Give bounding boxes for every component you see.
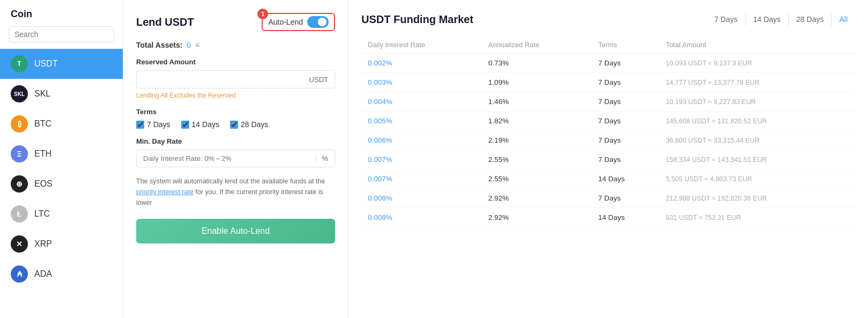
min-rate-label: Min. Day Rate bbox=[136, 137, 335, 145]
market-header: USDT Funding Market 7 Days14 Days28 Days… bbox=[361, 13, 855, 26]
market-table: Daily Interest RateAnnualized RateTermsT… bbox=[361, 36, 855, 227]
total-4: 36,800 USDT ≈ 33,315.44 EUR bbox=[659, 131, 855, 150]
coin-name-btc: BTC bbox=[34, 119, 51, 129]
rate-unit: % bbox=[316, 154, 328, 162]
daily-rate-3[interactable]: 0.005% bbox=[361, 112, 482, 131]
total-7: 212,988 USDT ≈ 192,820.38 EUR bbox=[659, 189, 855, 208]
term-label-2: 28 Days bbox=[241, 120, 268, 129]
market-title: USDT Funding Market bbox=[361, 13, 473, 26]
coin-icon-btc: ₿ bbox=[11, 115, 28, 132]
market-table-body: 0.002% 0.73% 7 Days 10,093 USDT ≈ 9,137.… bbox=[361, 54, 855, 227]
total-3: 145,608 USDT ≈ 131,820.52 EUR bbox=[659, 112, 855, 131]
market-panel: USDT Funding Market 7 Days14 Days28 Days… bbox=[348, 0, 868, 318]
terms-section: Terms 7 Days 14 Days 28 Days bbox=[136, 108, 335, 129]
reserved-input-wrapper: USDT bbox=[136, 70, 335, 88]
sidebar-item-eth[interactable]: Ξ ETH bbox=[0, 139, 123, 169]
annual-rate-8: 2.92% bbox=[482, 208, 592, 227]
table-row: 0.004% 1.46% 7 Days 10,193 USDT ≈ 9,227.… bbox=[361, 92, 855, 112]
annual-rate-6: 2.55% bbox=[482, 169, 592, 189]
terms-2: 7 Days bbox=[592, 92, 659, 112]
term-checkbox-0[interactable]: 7 Days bbox=[136, 120, 170, 129]
terms-1: 7 Days bbox=[592, 73, 659, 92]
coin-icon-usdt: T bbox=[11, 55, 28, 72]
coin-icon-eos: ⊕ bbox=[11, 175, 28, 193]
table-row: 0.008% 2.92% 14 Days 831 USDT ≈ 752.31 E… bbox=[361, 208, 855, 227]
term-checkbox-2[interactable]: 28 Days bbox=[230, 120, 268, 129]
terms-4: 7 Days bbox=[592, 131, 659, 150]
coin-list: T USDT SKL SKL ₿ BTC Ξ ETH ⊕ EOS Ł LTC ✕… bbox=[0, 49, 123, 309]
terms-5: 7 Days bbox=[592, 150, 659, 169]
term-input-2[interactable] bbox=[230, 121, 238, 129]
coin-name-xrp: XRP bbox=[34, 239, 52, 249]
term-checkbox-1[interactable]: 14 Days bbox=[181, 120, 219, 129]
filter-tab-1[interactable]: 14 Days bbox=[746, 13, 789, 26]
panel-header: Lend USDT 1 Auto-Lend bbox=[136, 13, 335, 31]
coin-icon-xrp: ✕ bbox=[11, 235, 28, 253]
sidebar-item-usdt[interactable]: T USDT bbox=[0, 49, 123, 79]
total-5: 158,334 USDT ≈ 143,341.51 EUR bbox=[659, 150, 855, 169]
table-row: 0.007% 2.55% 7 Days 158,334 USDT ≈ 143,3… bbox=[361, 150, 855, 169]
coin-name-usdt: USDT bbox=[34, 59, 58, 69]
search-container bbox=[0, 26, 123, 49]
annual-rate-3: 1.82% bbox=[482, 112, 592, 131]
toggle-slider bbox=[307, 16, 329, 28]
filter-tab-2[interactable]: 28 Days bbox=[789, 13, 832, 26]
annual-rate-1: 1.09% bbox=[482, 73, 592, 92]
daily-rate-1[interactable]: 0.003% bbox=[361, 73, 482, 92]
terms-label: Terms bbox=[136, 108, 335, 116]
daily-rate-0[interactable]: 0.002% bbox=[361, 54, 482, 73]
daily-rate-7[interactable]: 0.008% bbox=[361, 189, 482, 208]
term-input-0[interactable] bbox=[136, 121, 144, 129]
coin-icon-ada: ₳ bbox=[11, 265, 28, 283]
sidebar-item-xrp[interactable]: ✕ XRP bbox=[0, 229, 123, 259]
auto-lend-toggle[interactable] bbox=[307, 16, 329, 28]
annual-rate-2: 1.46% bbox=[482, 92, 592, 112]
sidebar-item-eos[interactable]: ⊕ EOS bbox=[0, 169, 123, 199]
daily-rate-5[interactable]: 0.007% bbox=[361, 150, 482, 169]
rate-input[interactable] bbox=[143, 154, 316, 162]
filter-tab-3[interactable]: All bbox=[832, 13, 855, 26]
table-row: 0.002% 0.73% 7 Days 10,093 USDT ≈ 9,137.… bbox=[361, 54, 855, 73]
daily-rate-4[interactable]: 0.006% bbox=[361, 131, 482, 150]
filter-icon: ≡ bbox=[195, 41, 199, 49]
min-rate-section: Min. Day Rate % bbox=[136, 137, 335, 167]
reserved-input[interactable] bbox=[143, 75, 309, 84]
sidebar-title: Coin bbox=[0, 9, 123, 26]
coin-icon-eth: Ξ bbox=[11, 145, 28, 162]
sidebar-item-btc[interactable]: ₿ BTC bbox=[0, 109, 123, 139]
term-input-1[interactable] bbox=[181, 121, 189, 129]
daily-rate-8[interactable]: 0.008% bbox=[361, 208, 482, 227]
total-assets-value: 0 bbox=[187, 41, 191, 49]
terms-6: 14 Days bbox=[592, 169, 659, 189]
coin-name-ltc: LTC bbox=[34, 209, 50, 219]
search-input[interactable] bbox=[14, 30, 108, 39]
terms-row: 7 Days 14 Days 28 Days bbox=[136, 120, 335, 129]
total-assets-label: Total Assets: bbox=[136, 41, 182, 49]
total-8: 831 USDT ≈ 752.31 EUR bbox=[659, 208, 855, 227]
column-header-2: Terms bbox=[592, 36, 659, 54]
coin-name-ada: ADA bbox=[34, 269, 52, 279]
daily-rate-2[interactable]: 0.004% bbox=[361, 92, 482, 112]
table-row: 0.008% 2.92% 7 Days 212,988 USDT ≈ 192,8… bbox=[361, 189, 855, 208]
table-row: 0.007% 2.55% 14 Days 5,505 USDT ≈ 4,983.… bbox=[361, 169, 855, 189]
badge-number: 1 bbox=[257, 9, 268, 19]
lending-note: Lending All Excludes the Reserved bbox=[136, 92, 335, 99]
sidebar-item-ada[interactable]: ₳ ADA bbox=[0, 259, 123, 289]
enable-auto-lend-button[interactable]: Enable Auto-Lend bbox=[136, 219, 335, 243]
column-header-0: Daily Interest Rate bbox=[361, 36, 482, 54]
coin-icon-skl: SKL bbox=[11, 85, 28, 102]
term-label-0: 7 Days bbox=[147, 120, 170, 129]
total-0: 10,093 USDT ≈ 9,137.3 EUR bbox=[659, 54, 855, 73]
sidebar-item-ltc[interactable]: Ł LTC bbox=[0, 199, 123, 229]
daily-rate-6[interactable]: 0.007% bbox=[361, 169, 482, 189]
filter-tab-0[interactable]: 7 Days bbox=[707, 13, 746, 26]
column-header-3: Total Amount bbox=[659, 36, 855, 54]
auto-lend-label: Auto-Lend bbox=[268, 18, 303, 26]
market-table-header-row: Daily Interest RateAnnualized RateTermsT… bbox=[361, 36, 855, 54]
coin-name-skl: SKL bbox=[34, 89, 50, 99]
priority-rate-link[interactable]: priority interest rate bbox=[136, 188, 194, 196]
terms-3: 7 Days bbox=[592, 112, 659, 131]
annual-rate-4: 2.19% bbox=[482, 131, 592, 150]
sidebar-item-skl[interactable]: SKL SKL bbox=[0, 79, 123, 109]
annual-rate-5: 2.55% bbox=[482, 150, 592, 169]
